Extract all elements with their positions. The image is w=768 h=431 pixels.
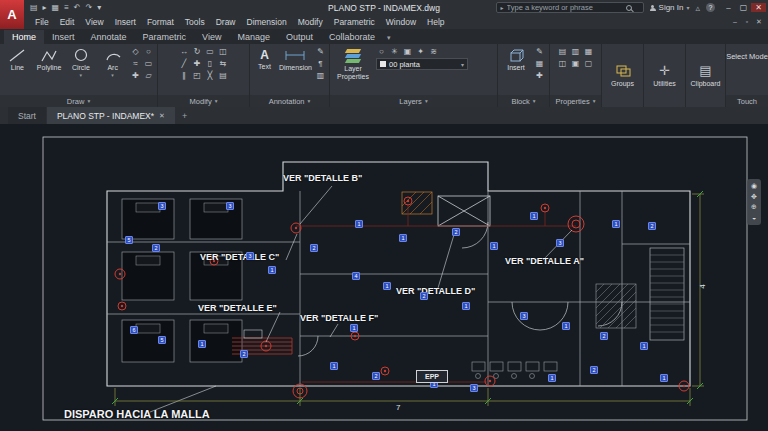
tool-icon[interactable]: ✚	[534, 70, 545, 80]
circle-flyout-icon[interactable]: ▾	[80, 73, 83, 77]
tool-icon[interactable]: ✳	[389, 46, 400, 56]
menu-item-view[interactable]: View	[80, 17, 108, 27]
menu-item-tools[interactable]: Tools	[180, 17, 210, 27]
menu-item-draw[interactable]: Draw	[211, 17, 241, 27]
tool-icon[interactable]: ¶	[315, 58, 326, 68]
maximize-button[interactable]: ▢	[736, 3, 751, 12]
menu-item-dimension[interactable]: Dimension	[242, 17, 292, 27]
ribbon-tab-output[interactable]: Output	[278, 30, 321, 44]
autodesk-apps-icon[interactable]: ▵	[695, 3, 700, 13]
menu-item-file[interactable]: File	[30, 17, 54, 27]
text-tool-button[interactable]: A Text	[253, 46, 276, 71]
panel-footer-draw[interactable]: Draw▾	[0, 95, 157, 107]
arc-tool-button[interactable]: Arc ▾	[98, 46, 127, 77]
insert-block-button[interactable]: Insert	[501, 46, 531, 72]
tool-icon[interactable]: ▣	[570, 58, 581, 68]
tool-icon[interactable]: ▢	[583, 58, 594, 68]
orbit-icon[interactable]: ◒	[752, 214, 756, 222]
tool-icon[interactable]: ✎	[534, 46, 545, 56]
tool-icon[interactable]: ◫	[557, 58, 568, 68]
zoom-icon[interactable]: ⊕	[751, 203, 757, 211]
minimize-button[interactable]: –	[721, 3, 736, 12]
search-box[interactable]: ▸	[496, 2, 644, 13]
panel-footer-annotation[interactable]: Annotation▾	[250, 95, 329, 107]
layer-dropdown[interactable]: 00 planta ▾	[376, 58, 468, 70]
panel-footer-touch[interactable]: Touch	[726, 95, 768, 107]
polyline-tool-button[interactable]: Polyline	[35, 46, 64, 72]
new-file-icon[interactable]: ▤	[30, 3, 38, 12]
tool-icon[interactable]: ╳	[205, 70, 216, 80]
panel-footer-block[interactable]: Block▾	[498, 95, 549, 107]
panel-footer-layers[interactable]: Layers▾	[330, 95, 497, 107]
tool-icon[interactable]: ▣	[402, 46, 413, 56]
select-mode-button[interactable]: Select Mode	[726, 44, 768, 61]
menu-item-help[interactable]: Help	[422, 17, 449, 27]
tool-icon[interactable]: ▱	[143, 70, 154, 80]
tool-icon[interactable]: ◫	[218, 46, 229, 56]
tool-icon[interactable]: ▤	[557, 46, 568, 56]
qat-dropdown-icon[interactable]: ▾	[97, 3, 101, 12]
tool-icon[interactable]: ○	[376, 46, 387, 56]
tool-icon[interactable]: ◇	[130, 46, 141, 56]
save-icon[interactable]: ▦	[52, 3, 60, 12]
pan-icon[interactable]: ✥	[751, 193, 757, 201]
menu-item-window[interactable]: Window	[381, 17, 421, 27]
arc-flyout-icon[interactable]: ▾	[111, 73, 114, 77]
sign-in-button[interactable]: Sign In ▾	[650, 3, 690, 12]
doc-minimize-button[interactable]: –	[729, 18, 741, 26]
tool-icon[interactable]: ↻	[192, 46, 203, 56]
navigation-wheel-icon[interactable]: ◉	[751, 182, 757, 190]
circle-tool-button[interactable]: Circle ▾	[67, 46, 96, 77]
tab-plano-stp-indamex[interactable]: PLANO STP - INDAMEX* ✕	[47, 107, 175, 124]
ribbon-tab-collaborate[interactable]: Collaborate	[321, 30, 383, 44]
tool-icon[interactable]: ∥	[179, 70, 190, 80]
search-icon[interactable]	[626, 5, 632, 11]
tool-icon[interactable]: ✦	[415, 46, 426, 56]
tool-icon[interactable]: ✚	[192, 58, 203, 68]
ribbon-tab-insert[interactable]: Insert	[44, 30, 83, 44]
tool-icon[interactable]: ╱	[179, 58, 190, 68]
menu-item-modify[interactable]: Modify	[293, 17, 328, 27]
groups-button[interactable]: Groups	[602, 44, 643, 107]
utilities-button[interactable]: ✛ Utilities	[644, 44, 685, 107]
panel-footer-properties[interactable]: Properties▾	[550, 95, 601, 107]
new-tab-button[interactable]: +	[176, 111, 193, 121]
menu-item-parametric[interactable]: Parametric	[329, 17, 380, 27]
tool-icon[interactable]: ✎	[315, 46, 326, 56]
menu-item-edit[interactable]: Edit	[55, 17, 80, 27]
ribbon-tab-annotate[interactable]: Annotate	[83, 30, 135, 44]
search-expander-icon[interactable]: ▸	[501, 4, 504, 11]
drawing-canvas[interactable]: VER "DETALLE B"VER "DETALLE C"VER "DETAL…	[0, 124, 768, 431]
layer-properties-button[interactable]: Layer Properties	[333, 46, 373, 80]
ribbon-tab-view[interactable]: View	[194, 30, 229, 44]
undo-icon[interactable]: ↶	[74, 3, 81, 12]
tool-icon[interactable]: ▥	[315, 70, 326, 80]
tab-start[interactable]: Start	[8, 107, 46, 124]
tool-icon[interactable]: ≋	[428, 46, 439, 56]
line-tool-button[interactable]: Line	[3, 46, 32, 72]
ribbon-tab-parametric[interactable]: Parametric	[135, 30, 195, 44]
application-menu-button[interactable]: A	[0, 0, 24, 29]
tool-icon[interactable]: ≈	[130, 58, 141, 68]
navigation-bar[interactable]: ◉✥⊕◒	[747, 179, 761, 225]
doc-close-button[interactable]: ✕	[753, 18, 765, 26]
tool-icon[interactable]: ▭	[143, 58, 154, 68]
tool-icon[interactable]: ▤	[218, 70, 229, 80]
dimension-tool-button[interactable]: Dimension	[279, 46, 312, 72]
close-button[interactable]: ✕	[751, 3, 766, 12]
redo-icon[interactable]: ↷	[86, 3, 93, 12]
tool-icon[interactable]: ○	[143, 46, 154, 56]
open-file-icon[interactable]: ▸	[43, 3, 47, 12]
plot-icon[interactable]: ≡	[64, 3, 69, 12]
tool-icon[interactable]: ↔	[179, 46, 190, 56]
ribbon-tabs-overflow[interactable]: ▾	[383, 32, 395, 44]
panel-footer-modify[interactable]: Modify▾	[158, 95, 249, 107]
tool-icon[interactable]: ▦	[583, 46, 594, 56]
tool-icon[interactable]: ⇆	[218, 58, 229, 68]
menu-item-insert[interactable]: Insert	[110, 17, 141, 27]
ribbon-tab-manage[interactable]: Manage	[229, 30, 278, 44]
clipboard-button[interactable]: ▤ Clipboard	[686, 44, 725, 107]
menu-item-format[interactable]: Format	[142, 17, 179, 27]
ribbon-tab-home[interactable]: Home	[4, 30, 44, 44]
tool-icon[interactable]: ✚	[130, 70, 141, 80]
